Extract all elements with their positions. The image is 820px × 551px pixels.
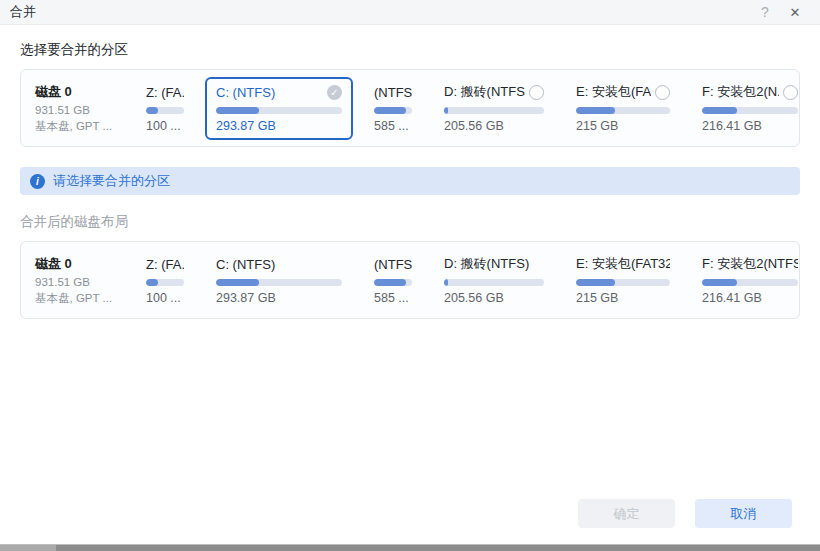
- usage-bar: [374, 279, 412, 286]
- checkbox-icon[interactable]: [529, 85, 544, 100]
- usage-bar: [702, 107, 798, 114]
- partition-size: 585 ...: [374, 291, 412, 305]
- partition-label: (NTFS): [374, 257, 412, 272]
- result-layout-label: 合并后的磁盘布局: [20, 213, 800, 231]
- usage-bar-fill: [146, 107, 158, 114]
- notice-text: 请选择要合并的分区: [53, 172, 170, 190]
- partition-size: 205.56 GB: [444, 119, 544, 133]
- merge-dialog: 合并 ? ✕ 选择要合并的分区 磁盘 0 931.51 GB 基本盘, GPT …: [0, 0, 820, 551]
- select-partitions-label: 选择要合并的分区: [20, 41, 800, 59]
- usage-bar-fill: [146, 279, 158, 286]
- partition-size: 216.41 GB: [702, 119, 798, 133]
- usage-bar-fill: [444, 279, 448, 286]
- info-icon: i: [30, 174, 45, 189]
- dialog-titlebar: 合并 ? ✕: [0, 0, 820, 25]
- partition-size: 205.56 GB: [444, 291, 544, 305]
- partition-cell[interactable]: C: (NTFS)✓293.87 GB: [205, 77, 353, 140]
- usage-bar-fill: [374, 279, 406, 286]
- partition-label: D: 搬砖(NTFS): [444, 83, 525, 101]
- partition-cell: F: 安装包2(NTFS)216.41 GB: [691, 249, 809, 312]
- help-icon[interactable]: ?: [750, 4, 780, 20]
- partition-label: E: 安装包(FAT32): [576, 255, 670, 273]
- cancel-button[interactable]: 取消: [695, 499, 792, 528]
- usage-bar: [576, 107, 670, 114]
- ok-button[interactable]: 确定: [578, 499, 675, 528]
- usage-bar-fill: [216, 107, 259, 114]
- partition-list-result: Z: (FA...100 ...C: (NTFS)293.87 GB(NTFS)…: [135, 249, 809, 312]
- usage-bar-fill: [374, 107, 406, 114]
- usage-bar-fill: [444, 107, 448, 114]
- window-edge-segment: [0, 545, 56, 551]
- usage-bar: [374, 107, 412, 114]
- checkbox-icon[interactable]: [783, 85, 798, 100]
- usage-bar-fill: [576, 279, 615, 286]
- dialog-body: 选择要合并的分区 磁盘 0 931.51 GB 基本盘, GPT ... Z: …: [0, 41, 820, 319]
- partition-label: C: (NTFS): [216, 257, 275, 272]
- disk-row-result: 磁盘 0 931.51 GB 基本盘, GPT ... Z: (FA...100…: [20, 241, 800, 319]
- partition-label: F: 安装包2(NTFS): [702, 255, 798, 273]
- close-icon[interactable]: ✕: [780, 5, 810, 20]
- partition-cell[interactable]: D: 搬砖(NTFS)205.56 GB: [433, 77, 555, 140]
- partition-cell[interactable]: E: 安装包(FA...215 GB: [565, 77, 681, 140]
- disk-size: 931.51 GB: [35, 276, 125, 288]
- usage-bar-fill: [702, 107, 737, 114]
- disk-size: 931.51 GB: [35, 104, 125, 116]
- disk-row-select: 磁盘 0 931.51 GB 基本盘, GPT ... Z: (FA...100…: [20, 69, 800, 147]
- notice-bar: i 请选择要合并的分区: [20, 167, 800, 195]
- partition-cell: D: 搬砖(NTFS)205.56 GB: [433, 249, 555, 312]
- partition-size: 585 ...: [374, 119, 412, 133]
- partition-size: 216.41 GB: [702, 291, 798, 305]
- partition-label: Z: (FA...: [146, 85, 184, 100]
- usage-bar: [216, 279, 342, 286]
- disk-type: 基本盘, GPT ...: [35, 291, 125, 306]
- dialog-title: 合并: [10, 3, 36, 21]
- window-edge-strip: [0, 544, 820, 551]
- usage-bar: [576, 279, 670, 286]
- partition-size: 293.87 GB: [216, 291, 342, 305]
- usage-bar: [146, 279, 184, 286]
- disk-type: 基本盘, GPT ...: [35, 119, 125, 134]
- partition-list-select: Z: (FA...100 ...C: (NTFS)✓293.87 GB(NTFS…: [135, 77, 809, 140]
- checkbox-checked-icon[interactable]: ✓: [327, 85, 342, 100]
- dialog-footer: 确定 取消: [578, 499, 792, 528]
- partition-size: 100 ...: [146, 119, 184, 133]
- usage-bar: [444, 107, 544, 114]
- partition-cell: (NTFS)585 ...: [363, 249, 423, 312]
- checkbox-icon[interactable]: [655, 85, 670, 100]
- partition-size: 100 ...: [146, 291, 184, 305]
- partition-cell[interactable]: F: 安装包2(N...216.41 GB: [691, 77, 809, 140]
- partition-label: E: 安装包(FA...: [576, 83, 651, 101]
- disk-name: 磁盘 0: [35, 83, 125, 101]
- partition-size: 293.87 GB: [216, 119, 342, 133]
- usage-bar-fill: [576, 107, 615, 114]
- partition-cell[interactable]: Z: (FA...100 ...: [135, 77, 195, 140]
- disk-name: 磁盘 0: [35, 255, 125, 273]
- partition-label: F: 安装包2(N...: [702, 83, 779, 101]
- partition-label: Z: (FA...: [146, 257, 184, 272]
- usage-bar: [146, 107, 184, 114]
- usage-bar-fill: [702, 279, 737, 286]
- partition-cell: C: (NTFS)293.87 GB: [205, 249, 353, 312]
- usage-bar: [702, 279, 798, 286]
- disk-info: 磁盘 0 931.51 GB 基本盘, GPT ...: [31, 83, 125, 134]
- partition-cell[interactable]: (NTFS)585 ...: [363, 77, 423, 140]
- partition-size: 215 GB: [576, 119, 670, 133]
- partition-cell: Z: (FA...100 ...: [135, 249, 195, 312]
- usage-bar-fill: [216, 279, 259, 286]
- disk-info: 磁盘 0 931.51 GB 基本盘, GPT ...: [31, 255, 125, 306]
- partition-label: (NTFS): [374, 85, 412, 100]
- partition-size: 215 GB: [576, 291, 670, 305]
- usage-bar: [216, 107, 342, 114]
- partition-label: D: 搬砖(NTFS): [444, 255, 529, 273]
- usage-bar: [444, 279, 544, 286]
- partition-cell: E: 安装包(FAT32)215 GB: [565, 249, 681, 312]
- partition-label: C: (NTFS): [216, 85, 275, 100]
